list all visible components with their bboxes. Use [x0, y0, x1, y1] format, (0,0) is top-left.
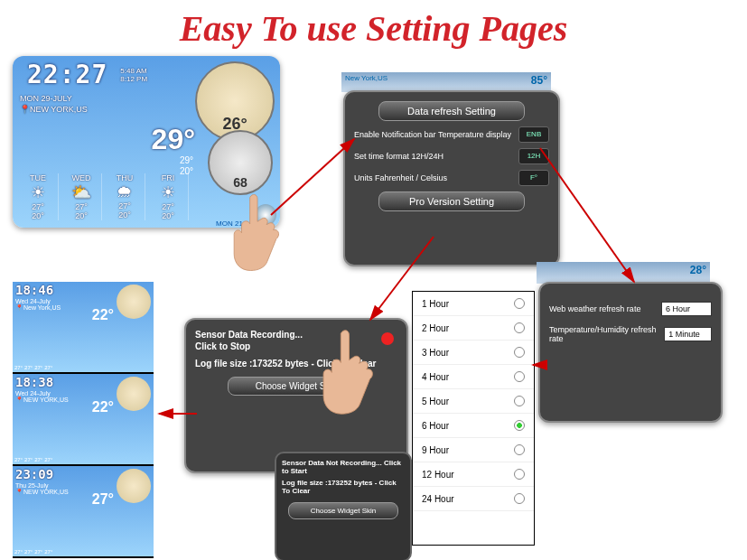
page-title: Easy To use Setting Pages — [0, 0, 747, 50]
clock-time: 22:27 — [20, 56, 115, 93]
humidity-gauge: 68 — [208, 130, 273, 195]
radio-icon — [514, 444, 525, 455]
setting-row: Set time format 12H/24H12H — [354, 148, 549, 164]
hour-option[interactable]: 6 Hour — [413, 414, 534, 438]
radio-icon — [514, 469, 525, 480]
sensor2-line1[interactable]: Sensor Data Not Recording... Click to St… — [282, 459, 405, 475]
refresh-rate-settings-panel: Web weather refresh rate6 HourTemperatur… — [538, 282, 723, 423]
sunset-time: 8:12 PM — [120, 75, 147, 83]
radio-icon — [514, 371, 525, 382]
hour-option[interactable]: 2 Hour — [413, 316, 534, 341]
location-text: NEW YORK,US — [30, 105, 88, 114]
thermometer-gauge: 26° — [195, 61, 275, 141]
hand-pointer-icon — [303, 327, 385, 426]
hour-option[interactable]: 12 Hour — [413, 462, 534, 487]
setting-row: Units Fahrenheit / CelsiusF° — [354, 170, 549, 186]
hour-option[interactable]: 24 Hour — [413, 487, 534, 511]
radio-icon — [514, 347, 525, 358]
sensor2-line2[interactable]: Log file size :173252 bytes - Click To C… — [282, 479, 405, 495]
hour-option[interactable]: 4 Hour — [413, 365, 534, 389]
sunrise-time: 5:48 AM — [120, 67, 147, 75]
data-refresh-settings-panel: Data refresh Setting Enable Notification… — [343, 90, 560, 266]
settings1-header-strip: New York,US 85° — [341, 72, 551, 92]
pin-icon: 📍 — [20, 105, 30, 114]
refresh-rate-row: Temperature/Humidity refresh rate1 Minut… — [549, 325, 712, 343]
gauge2-value: 68 — [210, 175, 271, 190]
radio-icon — [514, 298, 525, 309]
choose-widget-skin-button-2[interactable]: Choose Widget Skin — [288, 502, 398, 519]
forecast-day: TUE☀27°20° — [18, 173, 59, 220]
setting-toggle[interactable]: F° — [518, 170, 549, 186]
radio-icon — [514, 396, 525, 406]
refresh-rate-combo[interactable]: 1 Minute — [664, 327, 712, 341]
hour-option[interactable]: 5 Hour — [413, 389, 534, 414]
setting-toggle[interactable]: ENB — [518, 126, 549, 143]
hour-option[interactable]: 1 Hour — [413, 292, 534, 316]
settings1-temp: 85° — [531, 74, 547, 87]
widget-skin-preview[interactable]: 18:38Wed 24-July📍NEW YORK,US22°27°27°27°… — [13, 374, 154, 464]
refresh-rate-combo[interactable]: 6 Hour — [661, 302, 712, 316]
forecast-day: WED⛅27°20° — [61, 173, 102, 220]
forecast-day: FRI☀27°20° — [148, 173, 189, 220]
hour-interval-list[interactable]: 1 Hour2 Hour3 Hour4 Hour5 Hour6 Hour9 Ho… — [412, 291, 535, 546]
settings2-header-strip: 28° — [537, 262, 710, 284]
widget-skin-preview[interactable]: 23:09Thu 25-July📍NEW YORK,US27°27°27°27°… — [13, 466, 154, 556]
forecast-day: THU🌧27°20° — [105, 173, 145, 220]
temp-range-hi: 29° — [180, 155, 193, 165]
refresh-rate-row: Web weather refresh rate6 Hour — [549, 302, 712, 316]
hour-option[interactable]: 9 Hour — [413, 438, 534, 462]
settings2-temp: 28° — [690, 264, 706, 276]
widget-skin-preview[interactable]: 18:46Wed 24-July📍New York,US22°27°27°27°… — [13, 282, 154, 372]
radio-icon — [514, 493, 525, 504]
data-refresh-setting-button[interactable]: Data refresh Setting — [378, 101, 525, 121]
radio-icon — [514, 420, 525, 431]
setting-toggle[interactable]: 12H — [518, 148, 549, 164]
setting-row: Enable Notification bar Temperature disp… — [354, 126, 549, 143]
sensor-not-recording-panel: Sensor Data Not Recording... Click to St… — [275, 452, 412, 560]
settings1-loc: New York,US — [345, 74, 388, 82]
hand-pointer-icon — [215, 191, 291, 282]
widget-skin-column: 18:46Wed 24-July📍New York,US22°27°27°27°… — [13, 282, 154, 558]
radio-icon — [514, 322, 525, 333]
hour-option[interactable]: 3 Hour — [413, 341, 534, 365]
pro-version-setting-button[interactable]: Pro Version Setting — [378, 191, 525, 211]
big-temperature: 29° — [152, 123, 195, 156]
